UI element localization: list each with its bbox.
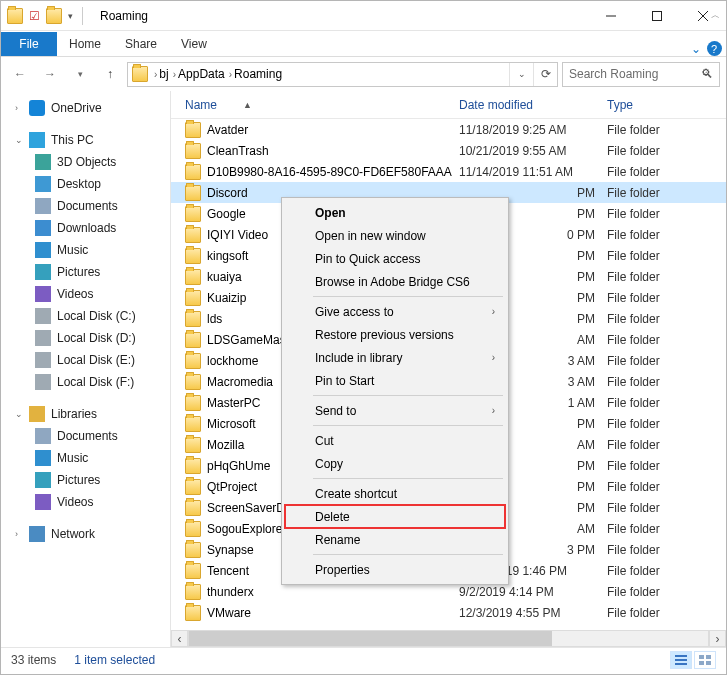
view-details-button[interactable] [670, 651, 692, 669]
nav-lib-child[interactable]: Videos [1, 491, 170, 513]
qat-newfolder-icon[interactable] [46, 8, 62, 24]
ctx-properties[interactable]: Properties [285, 558, 505, 581]
nav-lib-child[interactable]: Documents [1, 425, 170, 447]
folder-icon [185, 374, 201, 390]
file-type: File folder [607, 417, 660, 431]
nav-this-pc[interactable]: ⌄This PC [1, 129, 170, 151]
ctx-open[interactable]: Open [285, 201, 505, 224]
ctx-copy[interactable]: Copy [285, 452, 505, 475]
ctx-browse-bridge[interactable]: Browse in Adobe Bridge CS6 [285, 270, 505, 293]
ctx-delete[interactable]: Delete [285, 505, 505, 528]
tab-view[interactable]: View [169, 32, 219, 56]
nav-pc-child[interactable]: Local Disk (C:) [1, 305, 170, 327]
expand-ribbon-chevron-icon[interactable]: ⌄? [686, 41, 726, 56]
nav-onedrive[interactable]: ›OneDrive [1, 97, 170, 119]
minimize-button[interactable] [588, 1, 634, 31]
refresh-button[interactable]: ⟳ [533, 63, 557, 86]
file-type: File folder [607, 543, 660, 557]
qat-chevron-down-icon[interactable]: ▾ [68, 11, 73, 21]
table-row[interactable]: CleanTrash10/21/2019 9:55 AMFile folder [171, 140, 726, 161]
tab-home[interactable]: Home [57, 32, 113, 56]
nav-network[interactable]: ›Network [1, 523, 170, 545]
file-type: File folder [607, 165, 660, 179]
svg-rect-6 [675, 663, 687, 665]
nav-pc-child[interactable]: Local Disk (E:) [1, 349, 170, 371]
file-type: File folder [607, 207, 660, 221]
tab-share[interactable]: Share [113, 32, 169, 56]
crumb-roaming[interactable]: Roaming [234, 67, 282, 81]
ctx-rename[interactable]: Rename [285, 528, 505, 551]
nav-libraries[interactable]: ⌄Libraries [1, 403, 170, 425]
svg-rect-1 [653, 11, 662, 20]
column-date[interactable]: Date modified [459, 98, 607, 112]
forward-button[interactable]: → [37, 61, 63, 87]
column-type[interactable]: Type [607, 98, 726, 112]
back-button[interactable]: ← [7, 61, 33, 87]
file-type: File folder [607, 564, 660, 578]
file-type: File folder [607, 291, 660, 305]
crumb-bj[interactable]: bj [159, 67, 168, 81]
scroll-up-chevron-icon[interactable]: ︿ [711, 9, 720, 22]
crumb-appdata[interactable]: AppData [178, 67, 225, 81]
scroll-left-arrow-icon[interactable]: ‹ [171, 630, 188, 647]
ctx-pin-to-start[interactable]: Pin to Start [285, 369, 505, 392]
search-input[interactable]: Search Roaming 🔍︎ [562, 62, 720, 87]
folder-icon [185, 332, 201, 348]
folder-icon [185, 479, 201, 495]
search-placeholder: Search Roaming [569, 67, 658, 81]
file-type: File folder [607, 459, 660, 473]
horizontal-scrollbar[interactable]: ‹ › [171, 630, 726, 647]
ctx-pin-quick-access[interactable]: Pin to Quick access [285, 247, 505, 270]
nav-pc-child[interactable]: Videos [1, 283, 170, 305]
nav-pc-child[interactable]: Pictures [1, 261, 170, 283]
ctx-cut[interactable]: Cut [285, 429, 505, 452]
folder-icon [185, 143, 201, 159]
search-icon[interactable]: 🔍︎ [701, 67, 713, 81]
ctx-include-in-library[interactable]: Include in library› [285, 346, 505, 369]
svg-rect-7 [699, 655, 704, 659]
svg-rect-10 [706, 661, 711, 665]
nav-pc-child[interactable]: 3D Objects [1, 151, 170, 173]
nav-pc-child[interactable]: Local Disk (F:) [1, 371, 170, 393]
address-history-chevron-icon[interactable]: ⌄ [509, 63, 533, 86]
nav-lib-child[interactable]: Music [1, 447, 170, 469]
file-type: File folder [607, 480, 660, 494]
nav-pc-child[interactable]: Documents [1, 195, 170, 217]
view-large-icons-button[interactable] [694, 651, 716, 669]
scroll-right-arrow-icon[interactable]: › [709, 630, 726, 647]
file-name: D10B9980-8A16-4595-89C0-FD6EF580FAAA [207, 165, 459, 179]
nav-pc-child[interactable]: Desktop [1, 173, 170, 195]
folder-icon [185, 416, 201, 432]
window-title: Roaming [100, 9, 148, 23]
chevron-right-icon[interactable]: › [154, 69, 157, 80]
recent-locations-chevron-icon[interactable]: ▾ [67, 61, 93, 87]
file-type: File folder [607, 396, 660, 410]
up-button[interactable]: ↑ [97, 61, 123, 87]
nav-pc-child[interactable]: Downloads [1, 217, 170, 239]
nav-pc-child[interactable]: Music [1, 239, 170, 261]
scrollbar-thumb[interactable] [189, 631, 552, 646]
ctx-give-access-to[interactable]: Give access to› [285, 300, 505, 323]
ctx-restore-previous-versions[interactable]: Restore previous versions [285, 323, 505, 346]
maximize-button[interactable] [634, 1, 680, 31]
file-tab[interactable]: File [1, 32, 57, 56]
address-bar[interactable]: ›bj ›AppData ›Roaming ⌄ ⟳ [127, 62, 558, 87]
table-row[interactable]: Avatder11/18/2019 9:25 AMFile folder [171, 119, 726, 140]
folder-icon [185, 458, 201, 474]
file-type: File folder [607, 585, 660, 599]
svg-rect-5 [675, 659, 687, 661]
qat-properties-icon[interactable]: ☑ [29, 9, 40, 23]
nav-lib-child[interactable]: Pictures [1, 469, 170, 491]
table-row[interactable]: D10B9980-8A16-4595-89C0-FD6EF580FAAA11/1… [171, 161, 726, 182]
ctx-open-new-window[interactable]: Open in new window [285, 224, 505, 247]
column-name[interactable]: Name▲ [185, 98, 459, 112]
status-item-count: 33 items [11, 653, 56, 667]
chevron-right-icon[interactable]: › [173, 69, 176, 80]
ctx-send-to[interactable]: Send to› [285, 399, 505, 422]
table-row[interactable]: VMware12/3/2019 4:55 PMFile folder [171, 602, 726, 623]
folder-icon [185, 206, 201, 222]
ctx-create-shortcut[interactable]: Create shortcut [285, 482, 505, 505]
chevron-right-icon[interactable]: › [229, 69, 232, 80]
nav-pc-child[interactable]: Local Disk (D:) [1, 327, 170, 349]
file-type: File folder [607, 312, 660, 326]
